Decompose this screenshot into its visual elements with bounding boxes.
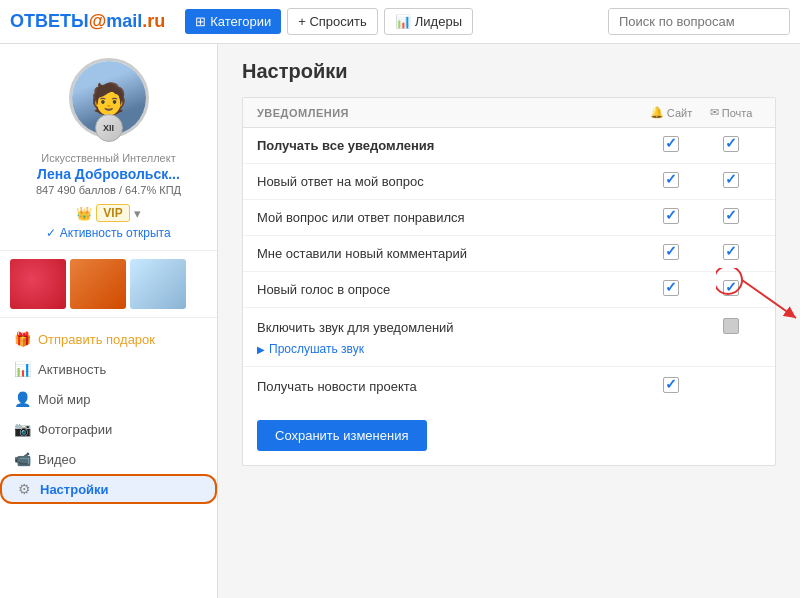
news-section: Получать новости проекта bbox=[243, 367, 775, 406]
checkbox-icon[interactable] bbox=[723, 208, 739, 224]
profile-section: 🧑 XII Искусственный Интеллект Лена Добро… bbox=[0, 44, 217, 251]
sidebar-item-label: Настройки bbox=[40, 482, 109, 497]
notif-site-check[interactable] bbox=[641, 136, 701, 155]
notif-label: Новый голос в опросе bbox=[257, 282, 641, 297]
leaders-label: Лидеры bbox=[415, 14, 462, 29]
notif-row-all: Получать все уведомления bbox=[243, 128, 775, 164]
rank-badge: XII bbox=[95, 114, 123, 142]
sidebar-item-photos[interactable]: 📷 Фотографии bbox=[0, 414, 217, 444]
checkbox-icon[interactable] bbox=[723, 280, 739, 296]
vip-dropdown-icon[interactable]: ▾ bbox=[134, 206, 141, 221]
notif-label: Получать все уведомления bbox=[257, 138, 641, 153]
user-stats: 847 490 баллов / 64.7% КПД bbox=[10, 184, 207, 196]
notif-site-check[interactable] bbox=[641, 280, 701, 299]
mail-icon: ✉ bbox=[710, 106, 719, 119]
search-input[interactable] bbox=[609, 9, 789, 34]
notif-row-comment: Мне оставили новый комментарий bbox=[243, 236, 775, 272]
sidebar-item-label: Фотографии bbox=[38, 422, 112, 437]
ask-button[interactable]: + Спросить bbox=[287, 8, 378, 35]
section-title: УВЕДОМЛЕНИЯ bbox=[257, 107, 641, 119]
sidebar-menu: 🎁 Отправить подарок 📊 Активность 👤 Мой м… bbox=[0, 318, 217, 510]
notif-row-poll: Новый голос в опросе bbox=[243, 272, 775, 308]
sidebar-item-video[interactable]: 📹 Видео bbox=[0, 444, 217, 474]
checkbox-icon[interactable] bbox=[723, 172, 739, 188]
grid-icon: ⊞ bbox=[195, 14, 206, 29]
activity-icon: 📊 bbox=[14, 361, 30, 377]
sidebar-item-gift[interactable]: 🎁 Отправить подарок bbox=[0, 324, 217, 354]
bell-icon: 🔔 bbox=[650, 106, 664, 119]
sound-row: Включить звук для уведомлений bbox=[257, 318, 761, 337]
checkbox-icon[interactable] bbox=[663, 280, 679, 296]
layout: 🧑 XII Искусственный Интеллект Лена Добро… bbox=[0, 44, 800, 598]
ask-label: + Спросить bbox=[298, 14, 367, 29]
user-name[interactable]: Лена Добровольск... bbox=[10, 166, 207, 182]
notif-label: Мне оставили новый комментарий bbox=[257, 246, 641, 261]
header: ОТВЕТЫ@mail.ru ⊞ Категории + Спросить 📊 … bbox=[0, 0, 800, 44]
sidebar-item-label: Активность bbox=[38, 362, 106, 377]
categories-button[interactable]: ⊞ Категории bbox=[185, 9, 281, 34]
image-row bbox=[0, 251, 217, 318]
col-site-header: 🔔 Сайт bbox=[641, 106, 701, 119]
thumb-snow bbox=[130, 259, 186, 309]
camera-icon: 📷 bbox=[14, 421, 30, 437]
page-title: Настройки bbox=[242, 60, 776, 83]
sidebar: 🧑 XII Искусственный Интеллект Лена Добро… bbox=[0, 44, 218, 598]
news-checkbox-col[interactable] bbox=[641, 377, 701, 396]
video-icon: 📹 bbox=[14, 451, 30, 467]
notif-mail-check[interactable] bbox=[701, 280, 761, 299]
thumb-fox bbox=[70, 259, 126, 309]
news-label: Получать новости проекта bbox=[257, 379, 641, 394]
sidebar-item-label: Видео bbox=[38, 452, 76, 467]
person-icon: 👤 bbox=[14, 391, 30, 407]
checkbox-icon[interactable] bbox=[723, 136, 739, 152]
save-button[interactable]: Сохранить изменения bbox=[257, 420, 427, 451]
vip-row: 👑 VIP ▾ bbox=[10, 204, 207, 222]
notif-site-check[interactable] bbox=[641, 172, 701, 191]
sidebar-item-label: Отправить подарок bbox=[38, 332, 155, 347]
notif-mail-check[interactable] bbox=[701, 244, 761, 263]
sidebar-item-settings[interactable]: ⚙ Настройки bbox=[0, 474, 217, 504]
sound-section: Включить звук для уведомлений bbox=[243, 308, 775, 367]
checkbox-icon[interactable] bbox=[663, 208, 679, 224]
vip-badge: VIP bbox=[96, 204, 129, 222]
leaders-button[interactable]: 📊 Лидеры bbox=[384, 8, 473, 35]
logo: ОТВЕТЫ@mail.ru bbox=[10, 11, 165, 32]
notif-site-check[interactable] bbox=[641, 244, 701, 263]
settings-card: УВЕДОМЛЕНИЯ 🔔 Сайт ✉ Почта Получать все … bbox=[242, 97, 776, 466]
sidebar-item-myworld[interactable]: 👤 Мой мир bbox=[0, 384, 217, 414]
sound-checkbox-col bbox=[701, 318, 761, 337]
news-checkbox[interactable] bbox=[663, 377, 679, 393]
notif-mail-check[interactable] bbox=[701, 136, 761, 155]
checkbox-icon[interactable] bbox=[723, 244, 739, 260]
sound-checkbox[interactable] bbox=[723, 318, 739, 334]
checkbox-icon[interactable] bbox=[663, 172, 679, 188]
nav-links: ⊞ Категории + Спросить 📊 Лидеры bbox=[185, 8, 608, 35]
checkbox-icon[interactable] bbox=[663, 136, 679, 152]
notif-label: Мой вопрос или ответ понравился bbox=[257, 210, 641, 225]
notif-site-check[interactable] bbox=[641, 208, 701, 227]
col-mail-header: ✉ Почта bbox=[701, 106, 761, 119]
categories-label: Категории bbox=[210, 14, 271, 29]
user-type: Искусственный Интеллект bbox=[10, 152, 207, 164]
notif-row-answer: Новый ответ на мой вопрос bbox=[243, 164, 775, 200]
sidebar-item-label: Мой мир bbox=[38, 392, 91, 407]
listen-label: Прослушать звук bbox=[269, 342, 364, 356]
search-box bbox=[608, 8, 790, 35]
notif-label: Новый ответ на мой вопрос bbox=[257, 174, 641, 189]
checkbox-icon[interactable] bbox=[663, 244, 679, 260]
notif-row-like: Мой вопрос или ответ понравился bbox=[243, 200, 775, 236]
gear-icon: ⚙ bbox=[16, 481, 32, 497]
notifications-header: УВЕДОМЛЕНИЯ 🔔 Сайт ✉ Почта bbox=[243, 98, 775, 128]
notif-mail-check[interactable] bbox=[701, 172, 761, 191]
listen-sound-link[interactable]: Прослушать звук bbox=[257, 342, 761, 356]
activity-link[interactable]: Активность открыта bbox=[10, 226, 207, 240]
news-row: Получать новости проекта bbox=[257, 377, 761, 396]
thumb-rose bbox=[10, 259, 66, 309]
chart-icon: 📊 bbox=[395, 14, 411, 29]
crown-icon: 👑 bbox=[76, 206, 92, 221]
gift-icon: 🎁 bbox=[14, 331, 30, 347]
sound-label: Включить звук для уведомлений bbox=[257, 320, 701, 335]
avatar-wrap: 🧑 XII bbox=[69, 58, 149, 138]
sidebar-item-activity[interactable]: 📊 Активность bbox=[0, 354, 217, 384]
notif-mail-check[interactable] bbox=[701, 208, 761, 227]
